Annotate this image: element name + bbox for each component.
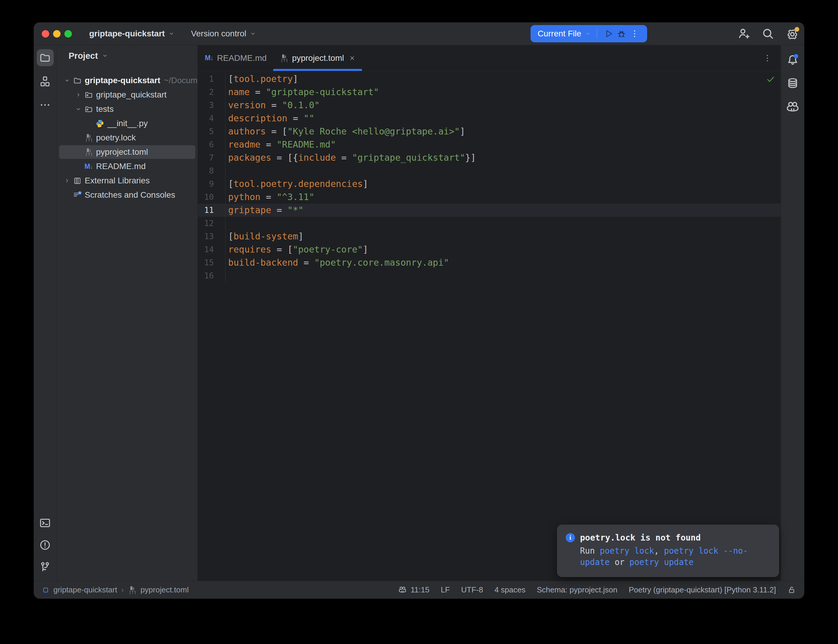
tree-item-griptape-quickstart[interactable]: griptape_quickstart bbox=[57, 88, 197, 102]
code-line-4: 4description = "" bbox=[198, 112, 781, 125]
chevron-right-icon[interactable] bbox=[61, 178, 73, 184]
run-config-selector[interactable]: Current File bbox=[537, 29, 592, 38]
run-button[interactable] bbox=[602, 27, 615, 40]
line-number: 6 bbox=[198, 138, 225, 151]
code-line-12: 12 bbox=[198, 217, 781, 230]
lock-icon[interactable] bbox=[787, 586, 796, 594]
python-icon bbox=[95, 119, 104, 128]
tree-item-path: ~/Docume bbox=[164, 76, 197, 85]
markdown-icon: M↓ bbox=[205, 54, 213, 62]
tree-item-tests[interactable]: tests bbox=[57, 102, 197, 116]
more-tools-button[interactable] bbox=[37, 96, 54, 113]
code-text bbox=[225, 164, 781, 177]
library-icon bbox=[73, 176, 82, 185]
package-folder-icon bbox=[84, 90, 93, 99]
code-line-6: 6readme = "README.md" bbox=[198, 138, 781, 151]
search-everywhere-button[interactable] bbox=[761, 27, 775, 41]
tree-item-init-py[interactable]: __init__.py bbox=[57, 116, 197, 131]
left-tool-stripe bbox=[34, 45, 57, 581]
chevron-down-icon[interactable] bbox=[61, 77, 73, 84]
status-item-schema[interactable]: Schema: pyproject.json bbox=[537, 585, 617, 595]
toml-file-icon: [T] bbox=[128, 586, 136, 594]
project-panel-header[interactable]: Project bbox=[57, 45, 197, 66]
breadcrumb-separator: › bbox=[122, 586, 124, 594]
terminal-tool-button[interactable] bbox=[39, 517, 51, 529]
chevron-down-icon[interactable] bbox=[73, 106, 84, 112]
svg-text:[T]: [T] bbox=[129, 590, 136, 594]
line-number: 10 bbox=[198, 191, 225, 204]
tab-pyproject[interactable]: [T] pyproject.toml bbox=[273, 45, 362, 71]
ai-assistant-button[interactable] bbox=[784, 99, 801, 115]
tab-readme[interactable]: M↓ README.md bbox=[198, 45, 273, 71]
database-tool-button[interactable] bbox=[784, 75, 801, 92]
breadcrumb-project[interactable]: griptape-quickstart bbox=[53, 585, 117, 595]
notification-link-poetry-update[interactable]: poetry update bbox=[629, 557, 693, 567]
code-text: griptape = "*" bbox=[225, 204, 781, 217]
chevron-down-icon bbox=[169, 31, 174, 37]
project-tool-button[interactable] bbox=[37, 49, 54, 66]
project-switcher[interactable]: griptape-quickstart bbox=[89, 29, 174, 38]
line-number: 1 bbox=[198, 72, 225, 85]
ai-status-icon bbox=[398, 585, 407, 595]
code-text bbox=[225, 269, 781, 283]
breadcrumb-file[interactable]: pyproject.toml bbox=[140, 585, 189, 595]
svg-text:[T]: [T] bbox=[281, 58, 288, 62]
problems-tool-button[interactable] bbox=[39, 539, 51, 551]
line-number: 15 bbox=[198, 256, 225, 269]
status-item-interpreter[interactable]: Poetry (griptape-quickstart) [Python 3.1… bbox=[629, 585, 776, 595]
inspection-ok-icon[interactable] bbox=[766, 74, 776, 84]
minimize-window-button[interactable] bbox=[53, 30, 61, 38]
tree-item-label: pyproject.toml bbox=[96, 147, 148, 157]
tree-item-poetry-lock[interactable]: [T]poetry.lock bbox=[57, 131, 197, 145]
chevron-down-icon bbox=[102, 53, 108, 59]
tree-item-external-libraries[interactable]: External Libraries bbox=[57, 174, 197, 188]
git-tool-button[interactable] bbox=[39, 561, 51, 573]
tab-options-button[interactable] bbox=[763, 54, 772, 62]
debug-button[interactable] bbox=[615, 27, 628, 40]
tab-label: pyproject.toml bbox=[292, 53, 344, 63]
scratches-icon bbox=[73, 191, 82, 199]
line-number: 3 bbox=[198, 99, 225, 112]
status-item-indent[interactable]: 4 spaces bbox=[495, 585, 526, 595]
close-window-button[interactable] bbox=[42, 30, 49, 38]
notification-link-poetry-lock[interactable]: poetry lock bbox=[600, 546, 654, 555]
structure-tool-button[interactable] bbox=[37, 73, 54, 90]
code-lines: 1[tool.poetry]2name = "griptape-quicksta… bbox=[198, 72, 781, 283]
add-user-button[interactable] bbox=[737, 27, 750, 41]
tree-item-pyproject-toml[interactable]: [T]pyproject.toml bbox=[57, 145, 197, 159]
notification-text: , bbox=[654, 546, 664, 555]
status-item-encoding[interactable]: UTF-8 bbox=[461, 585, 483, 595]
status-items: 11:15 LF UTF-8 4 spaces Schema: pyprojec… bbox=[398, 585, 796, 595]
settings-gear-button[interactable] bbox=[785, 27, 799, 41]
main-area: Project griptape-quickstart~/Documegript… bbox=[34, 45, 804, 581]
toml-file-icon: [T] bbox=[84, 133, 93, 142]
code-text: [build-system] bbox=[225, 230, 781, 243]
close-tab-button[interactable] bbox=[349, 55, 355, 61]
code-line-15: 15build-backend = "poetry.core.masonry.a… bbox=[198, 256, 781, 269]
tree-item-readme-md[interactable]: M↓README.md bbox=[57, 159, 197, 174]
status-item-line-ending[interactable]: LF bbox=[441, 585, 450, 595]
project-badge-icon bbox=[42, 586, 49, 594]
status-item-clock[interactable]: 11:15 bbox=[398, 585, 429, 595]
tree-item-label: Scratches and Consoles bbox=[85, 190, 175, 200]
notifications-bell-button[interactable] bbox=[784, 51, 801, 68]
chevron-right-icon[interactable] bbox=[73, 92, 84, 98]
notification-title: poetry.lock is not found bbox=[580, 533, 701, 543]
project-tree: griptape-quickstart~/Documegriptape_quic… bbox=[57, 66, 197, 202]
line-number: 7 bbox=[198, 151, 225, 164]
vcs-widget[interactable]: Version control bbox=[187, 29, 256, 38]
package-folder-icon bbox=[84, 105, 93, 113]
tree-item-griptape-quickstart[interactable]: griptape-quickstart~/Docume bbox=[57, 73, 197, 88]
line-number: 2 bbox=[198, 85, 225, 99]
markdown-icon: M↓ bbox=[84, 163, 93, 171]
folder-icon bbox=[73, 76, 82, 85]
code-text: build-backend = "poetry.core.masonry.api… bbox=[225, 256, 781, 269]
code-text: description = "" bbox=[225, 112, 781, 125]
code-text: readme = "README.md" bbox=[225, 138, 781, 151]
tree-item-label: External Libraries bbox=[85, 176, 150, 186]
tree-item-scratches-and-consoles[interactable]: Scratches and Consoles bbox=[57, 188, 197, 202]
code-line-14: 14requires = ["poetry-core"] bbox=[198, 243, 781, 256]
editor-area[interactable]: 1[tool.poetry]2name = "griptape-quicksta… bbox=[198, 71, 781, 581]
more-run-options-button[interactable] bbox=[628, 27, 641, 40]
zoom-window-button[interactable] bbox=[64, 30, 72, 38]
